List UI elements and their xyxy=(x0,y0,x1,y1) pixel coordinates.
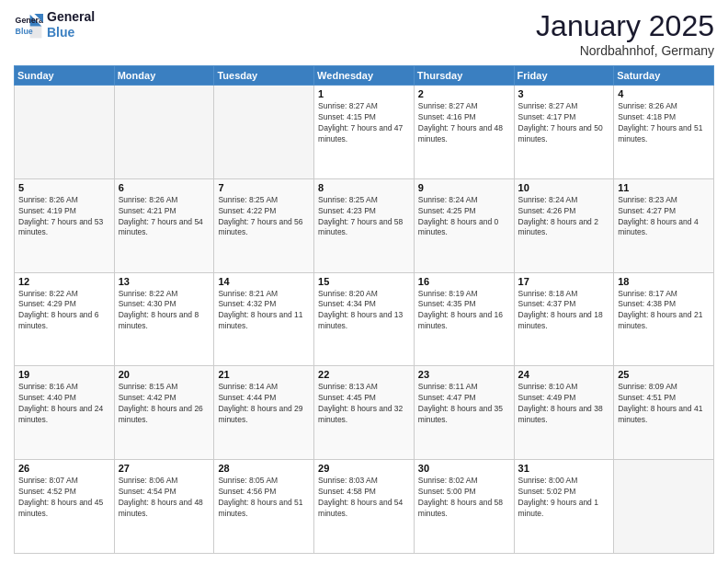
calendar-week-1: 1Sunrise: 8:27 AM Sunset: 4:15 PM Daylig… xyxy=(15,86,714,179)
calendar-cell: 21Sunrise: 8:14 AM Sunset: 4:44 PM Dayli… xyxy=(214,366,314,460)
calendar-cell xyxy=(214,86,314,179)
day-info: Sunrise: 8:11 AM Sunset: 4:47 PM Dayligh… xyxy=(418,382,510,426)
weekday-header-sunday: Sunday xyxy=(15,66,115,86)
calendar-cell xyxy=(614,460,714,554)
day-number: 19 xyxy=(18,369,110,380)
day-info: Sunrise: 8:22 AM Sunset: 4:29 PM Dayligh… xyxy=(18,289,110,333)
calendar-cell: 1Sunrise: 8:27 AM Sunset: 4:15 PM Daylig… xyxy=(314,86,415,179)
day-info: Sunrise: 8:09 AM Sunset: 4:51 PM Dayligh… xyxy=(618,382,710,426)
day-number: 7 xyxy=(218,182,310,193)
day-info: Sunrise: 8:02 AM Sunset: 5:00 PM Dayligh… xyxy=(418,476,510,520)
day-number: 22 xyxy=(318,369,410,380)
calendar-cell: 17Sunrise: 8:18 AM Sunset: 4:37 PM Dayli… xyxy=(514,272,614,366)
day-info: Sunrise: 8:19 AM Sunset: 4:35 PM Dayligh… xyxy=(418,289,510,333)
calendar-week-3: 12Sunrise: 8:22 AM Sunset: 4:29 PM Dayli… xyxy=(15,272,714,366)
day-number: 25 xyxy=(618,369,710,380)
day-info: Sunrise: 8:14 AM Sunset: 4:44 PM Dayligh… xyxy=(218,382,310,426)
day-number: 27 xyxy=(119,463,210,474)
day-info: Sunrise: 8:27 AM Sunset: 4:15 PM Dayligh… xyxy=(318,101,410,145)
day-number: 13 xyxy=(119,276,210,287)
day-number: 12 xyxy=(18,276,110,287)
day-number: 9 xyxy=(418,182,510,193)
day-info: Sunrise: 8:26 AM Sunset: 4:18 PM Dayligh… xyxy=(618,101,710,145)
calendar-week-5: 26Sunrise: 8:07 AM Sunset: 4:52 PM Dayli… xyxy=(15,460,714,554)
day-info: Sunrise: 8:00 AM Sunset: 5:02 PM Dayligh… xyxy=(518,476,610,520)
calendar-cell: 11Sunrise: 8:23 AM Sunset: 4:27 PM Dayli… xyxy=(614,178,714,272)
calendar-cell: 15Sunrise: 8:20 AM Sunset: 4:34 PM Dayli… xyxy=(314,272,415,366)
logo-icon: General Blue xyxy=(14,10,43,40)
day-info: Sunrise: 8:23 AM Sunset: 4:27 PM Dayligh… xyxy=(618,195,710,239)
day-info: Sunrise: 8:24 AM Sunset: 4:25 PM Dayligh… xyxy=(418,195,510,239)
weekday-header-monday: Monday xyxy=(114,66,214,86)
calendar-cell: 31Sunrise: 8:00 AM Sunset: 5:02 PM Dayli… xyxy=(514,460,614,554)
calendar-cell: 20Sunrise: 8:15 AM Sunset: 4:42 PM Dayli… xyxy=(114,366,214,460)
day-info: Sunrise: 8:07 AM Sunset: 4:52 PM Dayligh… xyxy=(18,476,110,520)
calendar-cell: 30Sunrise: 8:02 AM Sunset: 5:00 PM Dayli… xyxy=(414,460,514,554)
day-info: Sunrise: 8:17 AM Sunset: 4:38 PM Dayligh… xyxy=(618,289,710,333)
calendar-cell: 25Sunrise: 8:09 AM Sunset: 4:51 PM Dayli… xyxy=(614,366,714,460)
day-number: 18 xyxy=(618,276,710,287)
calendar-cell: 28Sunrise: 8:05 AM Sunset: 4:56 PM Dayli… xyxy=(214,460,314,554)
calendar-cell: 24Sunrise: 8:10 AM Sunset: 4:49 PM Dayli… xyxy=(514,366,614,460)
logo-blue: Blue xyxy=(47,25,95,40)
weekday-header-row: SundayMondayTuesdayWednesdayThursdayFrid… xyxy=(15,66,714,86)
day-number: 21 xyxy=(218,369,310,380)
day-number: 20 xyxy=(119,369,210,380)
calendar-cell: 2Sunrise: 8:27 AM Sunset: 4:16 PM Daylig… xyxy=(414,86,514,179)
calendar-cell: 9Sunrise: 8:24 AM Sunset: 4:25 PM Daylig… xyxy=(414,178,514,272)
day-number: 29 xyxy=(318,463,410,474)
calendar-cell: 12Sunrise: 8:22 AM Sunset: 4:29 PM Dayli… xyxy=(15,272,115,366)
calendar-cell: 3Sunrise: 8:27 AM Sunset: 4:17 PM Daylig… xyxy=(514,86,614,179)
day-number: 3 xyxy=(518,88,610,99)
calendar-cell: 10Sunrise: 8:24 AM Sunset: 4:26 PM Dayli… xyxy=(514,178,614,272)
day-number: 15 xyxy=(318,276,410,287)
day-number: 30 xyxy=(418,463,510,474)
day-number: 23 xyxy=(418,369,510,380)
day-number: 5 xyxy=(18,182,110,193)
day-number: 16 xyxy=(418,276,510,287)
day-number: 11 xyxy=(618,182,710,193)
calendar-cell: 4Sunrise: 8:26 AM Sunset: 4:18 PM Daylig… xyxy=(614,86,714,179)
logo: General Blue General Blue xyxy=(14,9,95,40)
location-title: Nordbahnhof, Germany xyxy=(536,43,714,58)
day-info: Sunrise: 8:26 AM Sunset: 4:21 PM Dayligh… xyxy=(119,195,210,239)
day-info: Sunrise: 8:05 AM Sunset: 4:56 PM Dayligh… xyxy=(218,476,310,520)
calendar-cell: 5Sunrise: 8:26 AM Sunset: 4:19 PM Daylig… xyxy=(15,178,115,272)
day-info: Sunrise: 8:13 AM Sunset: 4:45 PM Dayligh… xyxy=(318,382,410,426)
day-number: 26 xyxy=(18,463,110,474)
calendar-cell: 26Sunrise: 8:07 AM Sunset: 4:52 PM Dayli… xyxy=(15,460,115,554)
calendar-cell xyxy=(114,86,214,179)
page: General Blue General Blue January 2025 N… xyxy=(0,0,728,563)
day-number: 1 xyxy=(318,88,410,99)
calendar-cell: 19Sunrise: 8:16 AM Sunset: 4:40 PM Dayli… xyxy=(15,366,115,460)
weekday-header-thursday: Thursday xyxy=(414,66,514,86)
calendar-cell: 23Sunrise: 8:11 AM Sunset: 4:47 PM Dayli… xyxy=(414,366,514,460)
weekday-header-wednesday: Wednesday xyxy=(314,66,415,86)
header: General Blue General Blue January 2025 N… xyxy=(14,9,714,58)
day-number: 10 xyxy=(518,182,610,193)
svg-text:Blue: Blue xyxy=(16,26,33,35)
day-info: Sunrise: 8:27 AM Sunset: 4:17 PM Dayligh… xyxy=(518,101,610,145)
calendar-cell: 8Sunrise: 8:25 AM Sunset: 4:23 PM Daylig… xyxy=(314,178,415,272)
day-info: Sunrise: 8:27 AM Sunset: 4:16 PM Dayligh… xyxy=(418,101,510,145)
day-number: 4 xyxy=(618,88,710,99)
calendar-cell: 29Sunrise: 8:03 AM Sunset: 4:58 PM Dayli… xyxy=(314,460,415,554)
day-info: Sunrise: 8:16 AM Sunset: 4:40 PM Dayligh… xyxy=(18,382,110,426)
day-number: 2 xyxy=(418,88,510,99)
day-number: 24 xyxy=(518,369,610,380)
day-info: Sunrise: 8:25 AM Sunset: 4:23 PM Dayligh… xyxy=(318,195,410,239)
weekday-header-tuesday: Tuesday xyxy=(214,66,314,86)
month-title: January 2025 xyxy=(536,9,714,43)
calendar-cell: 18Sunrise: 8:17 AM Sunset: 4:38 PM Dayli… xyxy=(614,272,714,366)
calendar-cell: 27Sunrise: 8:06 AM Sunset: 4:54 PM Dayli… xyxy=(114,460,214,554)
day-info: Sunrise: 8:25 AM Sunset: 4:22 PM Dayligh… xyxy=(218,195,310,239)
day-info: Sunrise: 8:15 AM Sunset: 4:42 PM Dayligh… xyxy=(119,382,210,426)
day-number: 8 xyxy=(318,182,410,193)
calendar-cell xyxy=(15,86,115,179)
day-number: 17 xyxy=(518,276,610,287)
day-info: Sunrise: 8:22 AM Sunset: 4:30 PM Dayligh… xyxy=(119,289,210,333)
calendar-cell: 16Sunrise: 8:19 AM Sunset: 4:35 PM Dayli… xyxy=(414,272,514,366)
calendar-cell: 14Sunrise: 8:21 AM Sunset: 4:32 PM Dayli… xyxy=(214,272,314,366)
day-info: Sunrise: 8:26 AM Sunset: 4:19 PM Dayligh… xyxy=(18,195,110,239)
day-number: 31 xyxy=(518,463,610,474)
